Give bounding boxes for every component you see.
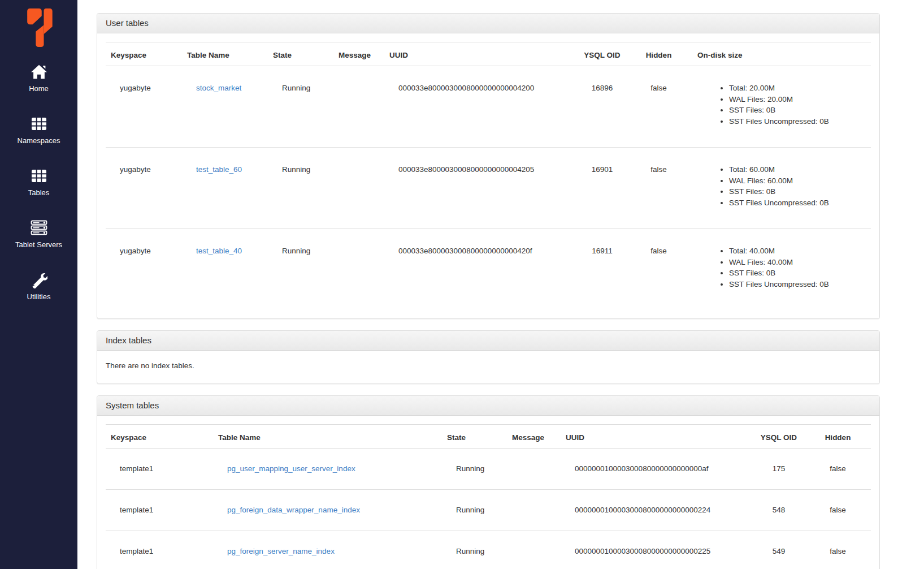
- state-cell: Running: [442, 531, 507, 569]
- table-name-link[interactable]: pg_foreign_server_name_index: [227, 547, 335, 555]
- sidebar-item-utilities[interactable]: Utilities: [0, 260, 77, 312]
- ysql-oid-cell: 549: [753, 531, 809, 569]
- disk-size-total: Total: 60.00M: [729, 164, 866, 175]
- table-row: template1 pg_foreign_server_name_index R…: [106, 531, 871, 569]
- sidebar-nav: Home Namespaces: [0, 52, 77, 312]
- yugabyte-logo[interactable]: [24, 8, 54, 48]
- main-content: User tables Keyspace Table Name State Me…: [77, 0, 924, 569]
- ysql-oid-cell: 16896: [575, 66, 634, 148]
- keyspace-cell: yugabyte: [106, 229, 182, 311]
- ysql-oid-cell: 16911: [575, 229, 634, 311]
- column-header-on-disk-size: On-disk size: [688, 42, 871, 66]
- disk-size-sst: SST Files: 0B: [729, 105, 866, 116]
- sidebar-item-namespaces[interactable]: Namespaces: [0, 104, 77, 156]
- column-header-uuid: UUID: [561, 425, 753, 449]
- hidden-cell: false: [634, 229, 688, 311]
- column-header-state: State: [268, 42, 333, 66]
- table-name-cell: test_table_60: [182, 148, 268, 229]
- sidebar-item-home[interactable]: Home: [0, 52, 77, 104]
- table-name-cell: pg_user_mapping_user_server_index: [213, 449, 442, 490]
- message-cell: [507, 449, 561, 490]
- table-row: template1 pg_user_mapping_user_server_in…: [106, 449, 871, 490]
- namespaces-table-icon: [31, 115, 47, 132]
- column-header-state: State: [442, 425, 507, 449]
- disk-size-sst: SST Files: 0B: [729, 268, 866, 279]
- table-name-link[interactable]: test_table_60: [196, 165, 242, 174]
- system-tables-panel: System tables Keyspace Table Name State …: [97, 395, 880, 569]
- disk-size-sst-uncompressed: SST Files Uncompressed: 0B: [729, 279, 866, 290]
- ysql-oid-cell: 175: [753, 449, 809, 490]
- column-header-message: Message: [507, 425, 561, 449]
- disk-size-wal: WAL Files: 20.00M: [729, 94, 866, 105]
- hidden-cell: false: [634, 148, 688, 229]
- table-row: yugabyte stock_market Running 000033e800…: [106, 66, 871, 148]
- message-cell: [333, 229, 384, 311]
- index-tables-panel-title: Index tables: [97, 331, 879, 351]
- table-row: template1 pg_foreign_data_wrapper_name_i…: [106, 490, 871, 531]
- column-header-keyspace: Keyspace: [106, 425, 213, 449]
- disk-size-sst-uncompressed: SST Files Uncompressed: 0B: [729, 197, 866, 209]
- state-cell: Running: [442, 449, 507, 490]
- column-header-message: Message: [333, 42, 384, 66]
- home-icon: [31, 63, 47, 80]
- column-header-keyspace: Keyspace: [106, 42, 182, 66]
- state-cell: Running: [268, 229, 333, 311]
- system-tables-panel-title: System tables: [97, 396, 879, 416]
- hidden-cell: false: [809, 449, 871, 490]
- column-header-uuid: UUID: [384, 42, 575, 66]
- message-cell: [507, 490, 561, 531]
- table-name-cell: stock_market: [182, 66, 268, 148]
- on-disk-size-cell: Total: 40.00M WAL Files: 40.00M SST File…: [688, 229, 871, 311]
- keyspace-cell: template1: [106, 531, 213, 569]
- uuid-cell: 000000010000300080000000000000af: [561, 449, 753, 490]
- sidebar-item-label: Tablet Servers: [15, 240, 62, 249]
- sidebar-item-tablet-servers[interactable]: Tablet Servers: [0, 208, 77, 260]
- sidebar: Home Namespaces: [0, 0, 77, 569]
- disk-size-sst-uncompressed: SST Files Uncompressed: 0B: [729, 116, 866, 127]
- table-row: yugabyte test_table_40 Running 000033e80…: [106, 229, 871, 311]
- hidden-cell: false: [809, 531, 871, 569]
- sidebar-item-label: Home: [29, 84, 49, 93]
- keyspace-cell: yugabyte: [106, 66, 182, 148]
- user-tables-panel: User tables Keyspace Table Name State Me…: [97, 13, 880, 319]
- table-name-cell: pg_foreign_server_name_index: [213, 531, 442, 569]
- column-header-ysql-oid: YSQL OID: [575, 42, 634, 66]
- disk-size-wal: WAL Files: 60.00M: [729, 175, 866, 187]
- user-tables-table: Keyspace Table Name State Message UUID Y…: [106, 42, 871, 310]
- table-name-cell: pg_foreign_data_wrapper_name_index: [213, 490, 442, 531]
- index-tables-empty-message: There are no index tables.: [106, 359, 871, 375]
- index-tables-panel: Index tables There are no index tables.: [97, 330, 880, 384]
- app-root: Home Namespaces: [0, 0, 924, 569]
- disk-size-wal: WAL Files: 40.00M: [729, 257, 866, 268]
- ysql-oid-cell: 16901: [575, 148, 634, 229]
- table-name-cell: test_table_40: [182, 229, 268, 311]
- on-disk-size-cell: Total: 60.00M WAL Files: 60.00M SST File…: [688, 148, 871, 229]
- table-name-link[interactable]: stock_market: [196, 84, 241, 92]
- column-header-table-name: Table Name: [182, 42, 268, 66]
- sidebar-item-tables[interactable]: Tables: [0, 156, 77, 208]
- user-tables-panel-title: User tables: [97, 14, 879, 33]
- uuid-cell: 00000001000030008000000000000225: [561, 531, 753, 569]
- table-row: yugabyte test_table_60 Running 000033e80…: [106, 148, 871, 229]
- keyspace-cell: yugabyte: [106, 148, 182, 229]
- sidebar-item-label: Tables: [28, 188, 50, 197]
- utilities-wrench-icon: [31, 271, 47, 288]
- hidden-cell: false: [634, 66, 688, 148]
- state-cell: Running: [268, 66, 333, 148]
- disk-size-total: Total: 20.00M: [729, 83, 866, 94]
- table-name-link[interactable]: test_table_40: [196, 247, 242, 255]
- table-name-link[interactable]: pg_user_mapping_user_server_index: [227, 464, 355, 473]
- disk-size-sst: SST Files: 0B: [729, 186, 866, 197]
- on-disk-size-cell: Total: 20.00M WAL Files: 20.00M SST File…: [688, 66, 871, 148]
- table-header-row: Keyspace Table Name State Message UUID Y…: [106, 425, 871, 449]
- ysql-oid-cell: 548: [753, 490, 809, 531]
- tablet-servers-icon: [31, 219, 47, 236]
- keyspace-cell: template1: [106, 490, 213, 531]
- hidden-cell: false: [809, 490, 871, 531]
- uuid-cell: 000033e800003000800000000000420f: [384, 229, 575, 311]
- table-header-row: Keyspace Table Name State Message UUID Y…: [106, 42, 871, 66]
- table-name-link[interactable]: pg_foreign_data_wrapper_name_index: [227, 506, 360, 514]
- column-header-hidden: Hidden: [809, 425, 871, 449]
- uuid-cell: 000033e8000030008000000000004200: [384, 66, 575, 148]
- tables-table-icon: [31, 167, 47, 184]
